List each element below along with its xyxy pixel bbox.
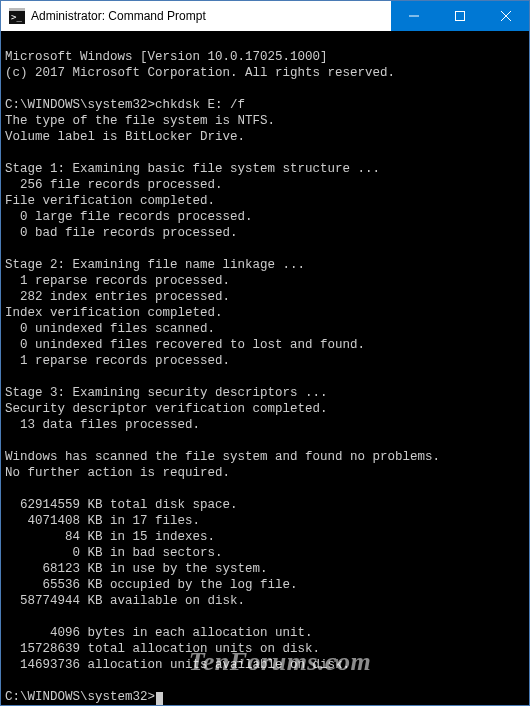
terminal-line: 15728639 total allocation units on disk. xyxy=(5,641,525,657)
cmd-icon: >_ xyxy=(9,8,25,24)
terminal-line: Stage 3: Examining security descriptors … xyxy=(5,385,525,401)
terminal-line: 0 unindexed files scanned. xyxy=(5,321,525,337)
window-controls xyxy=(391,1,529,31)
terminal-line: Volume label is BitLocker Drive. xyxy=(5,129,525,145)
window-title: Administrator: Command Prompt xyxy=(31,9,391,23)
terminal-line: 4071408 KB in 17 files. xyxy=(5,513,525,529)
terminal-line: Index verification completed. xyxy=(5,305,525,321)
terminal-line xyxy=(5,369,525,385)
terminal-line: 0 bad file records processed. xyxy=(5,225,525,241)
terminal-line: 1 reparse records processed. xyxy=(5,353,525,369)
terminal-line xyxy=(5,81,525,97)
terminal-line: Stage 2: Examining file name linkage ... xyxy=(5,257,525,273)
terminal-line xyxy=(5,609,525,625)
window-titlebar[interactable]: >_ Administrator: Command Prompt xyxy=(1,1,529,31)
terminal-line: Windows has scanned the file system and … xyxy=(5,449,525,465)
terminal-line: 58774944 KB available on disk. xyxy=(5,593,525,609)
terminal-line: 84 KB in 15 indexes. xyxy=(5,529,525,545)
svg-rect-1 xyxy=(9,8,25,11)
terminal-line xyxy=(5,673,525,689)
shell-prompt: C:\WINDOWS\system32> xyxy=(5,98,155,112)
terminal-line: Stage 1: Examining basic file system str… xyxy=(5,161,525,177)
terminal-line: 0 unindexed files recovered to lost and … xyxy=(5,337,525,353)
terminal-line: 282 index entries processed. xyxy=(5,289,525,305)
terminal-line: 4096 bytes in each allocation unit. xyxy=(5,625,525,641)
terminal-line: The type of the file system is NTFS. xyxy=(5,113,525,129)
terminal-line xyxy=(5,481,525,497)
terminal-line: No further action is required. xyxy=(5,465,525,481)
text-cursor xyxy=(156,692,163,705)
terminal-line xyxy=(5,433,525,449)
terminal-line xyxy=(5,241,525,257)
terminal-line: Microsoft Windows [Version 10.0.17025.10… xyxy=(5,49,525,65)
entered-command: chkdsk E: /f xyxy=(155,98,245,112)
terminal-line: 13 data files processed. xyxy=(5,417,525,433)
terminal-line: 1 reparse records processed. xyxy=(5,273,525,289)
svg-text:>_: >_ xyxy=(11,12,22,22)
close-button[interactable] xyxy=(483,1,529,31)
terminal-line: 14693736 allocation units available on d… xyxy=(5,657,525,673)
terminal-line xyxy=(5,145,525,161)
terminal-line: 0 large file records processed. xyxy=(5,209,525,225)
terminal-line: 256 file records processed. xyxy=(5,177,525,193)
minimize-button[interactable] xyxy=(391,1,437,31)
terminal-line: 62914559 KB total disk space. xyxy=(5,497,525,513)
terminal-line: Security descriptor verification complet… xyxy=(5,401,525,417)
terminal-output-area[interactable]: Microsoft Windows [Version 10.0.17025.10… xyxy=(1,31,529,705)
shell-prompt: C:\WINDOWS\system32> xyxy=(5,690,155,704)
terminal-line: 0 KB in bad sectors. xyxy=(5,545,525,561)
maximize-button[interactable] xyxy=(437,1,483,31)
terminal-line: (c) 2017 Microsoft Corporation. All righ… xyxy=(5,65,525,81)
terminal-line: File verification completed. xyxy=(5,193,525,209)
terminal-line: 68123 KB in use by the system. xyxy=(5,561,525,577)
terminal-prompt-line: C:\WINDOWS\system32> xyxy=(5,689,525,705)
svg-rect-4 xyxy=(456,12,465,21)
terminal-prompt-line: C:\WINDOWS\system32>chkdsk E: /f xyxy=(5,97,525,113)
terminal-line: 65536 KB occupied by the log file. xyxy=(5,577,525,593)
